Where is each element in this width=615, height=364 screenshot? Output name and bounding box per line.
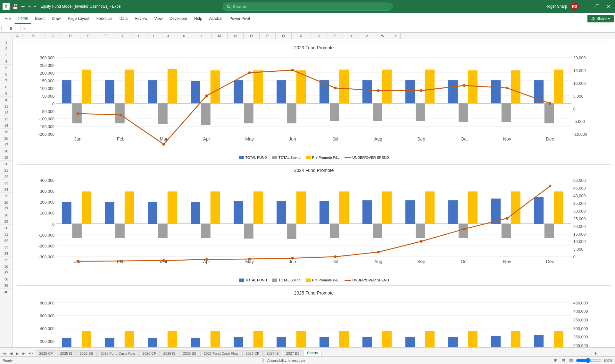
row-num-28[interactable]: 28 [0,212,12,218]
sheet-tab-2026-is[interactable]: 2026 IS [160,350,179,356]
row-num-2[interactable]: 2 [0,45,12,52]
row-num-7[interactable]: 7 [0,77,12,84]
row-num-38[interactable]: 38 [0,276,12,282]
close-button[interactable]: ✕ [605,4,612,9]
undo-icon[interactable]: ↩ [21,4,25,9]
search-box[interactable]: Search [223,3,393,11]
ribbon-tab-power-pivot[interactable]: Power Pivot [226,14,253,23]
restore-button[interactable]: ❐ [594,4,602,9]
sheet-tab-2026-bs[interactable]: 2026 BS [179,350,200,356]
row-num-40[interactable]: 40 [0,289,12,295]
col-header-C[interactable]: C [45,33,61,39]
cell-reference[interactable] [1,26,21,31]
row-num-13[interactable]: 13 [0,116,12,122]
page-break-button[interactable]: ⊠ [568,358,574,363]
row-num-20[interactable]: 20 [0,161,12,167]
row-num-39[interactable]: 39 [0,282,12,289]
ribbon-tab-insert[interactable]: Insert [32,14,48,23]
sheet-more[interactable]: ••• [28,351,34,356]
row-num-29[interactable]: 29 [0,218,12,225]
row-num-12[interactable]: 12 [0,109,12,116]
row-num-23[interactable]: 23 [0,180,12,186]
add-sheet-button[interactable]: + [592,351,599,356]
normal-view-button[interactable]: ⊞ [553,358,559,363]
col-header-R[interactable]: R [292,33,311,39]
ribbon-tab-review[interactable]: Review [131,14,150,23]
row-num-9[interactable]: 9 [0,90,12,97]
ribbon-tab-draw[interactable]: Draw [48,14,64,23]
row-num-1[interactable]: 1 [0,39,12,45]
col-header-H[interactable]: H [131,33,147,39]
row-num-5[interactable]: 5 [0,65,12,71]
row-num-33[interactable]: 33 [0,244,12,250]
sheet-tab-2026-fund-cash-flow[interactable]: 2026 Fund Cash Flow [97,350,139,356]
col-header-G[interactable]: G [115,33,131,39]
ribbon-tab-page-layout[interactable]: Page Layout [64,14,92,23]
sheet-tab-2026-cf[interactable]: 2026 CF [139,350,160,356]
ribbon-tab-view[interactable]: View [151,14,166,23]
sheet-tab-2025-is[interactable]: 2025 IS [57,350,76,356]
save-icon[interactable]: 💾 [12,4,19,10]
col-header-T[interactable]: T [327,33,343,39]
row-num-19[interactable]: 19 [0,154,12,161]
col-header-U[interactable]: U [343,33,359,39]
col-header-J[interactable]: J [160,33,176,39]
row-num-32[interactable]: 32 [0,238,12,244]
sheet-tab-2027-cf[interactable]: 2027 CF [242,350,263,356]
row-num-15[interactable]: 15 [0,129,12,135]
row-num-11[interactable]: 11 [0,103,12,109]
col-header-N[interactable]: N [228,33,244,39]
ribbon-tab-file[interactable]: File [1,14,14,23]
page-layout-button[interactable]: ⊟ [561,358,566,363]
ribbon-tab-data[interactable]: Data [116,14,131,23]
col-header-P[interactable]: P [260,33,276,39]
row-num-30[interactable]: 30 [0,225,12,231]
row-num-18[interactable]: 18 [0,148,12,154]
formula-input[interactable] [27,26,614,31]
col-header-A[interactable]: A [13,33,22,39]
sheet-tab-2027-fund-cash-flow[interactable]: 2027 Fund Cash Flow [200,350,242,356]
sheet-nav-next[interactable]: ▶ [14,351,20,356]
col-header-F[interactable]: F [96,33,115,39]
col-header-O[interactable]: O [244,33,260,39]
redo-icon[interactable]: ↪ [28,4,31,9]
row-num-27[interactable]: 27 [0,206,12,212]
minimize-button[interactable]: — [582,4,590,9]
row-num-4[interactable]: 4 [0,58,12,65]
row-num-24[interactable]: 24 [0,186,12,193]
sheet-nav-last[interactable]: ⏭ [21,351,27,356]
row-num-36[interactable]: 36 [0,263,12,270]
col-header-D[interactable]: D [61,33,80,39]
ribbon-tab-home[interactable]: Home [14,13,31,24]
col-header-S[interactable]: S [311,33,327,39]
row-num-6[interactable]: 6 [0,71,12,77]
share-button[interactable]: Share ▾ [587,15,614,22]
sheet-tab-2025-cf[interactable]: 2025 CF [36,350,56,356]
row-num-35[interactable]: 35 [0,257,12,263]
col-header-W[interactable]: W [375,33,391,39]
col-header-V[interactable]: V [359,33,375,39]
col-header-E[interactable]: E [80,33,96,39]
row-num-10[interactable]: 10 [0,97,12,103]
sheet-nav-prev[interactable]: ◀ [8,351,14,356]
col-header-M[interactable]: M [212,33,228,39]
col-header-B[interactable]: B [22,33,45,39]
sheet-options[interactable]: ⋮⋮⋮ [599,352,614,356]
row-num-37[interactable]: 37 [0,270,12,276]
row-num-21[interactable]: 21 [0,167,12,174]
sheet-tab-2027-is[interactable]: 2027 IS [263,350,282,356]
zoom-slider[interactable] [576,358,602,363]
col-header-X[interactable]: X [391,33,401,39]
row-num-14[interactable]: 14 [0,122,12,129]
ribbon-tab-developer[interactable]: Developer [166,14,190,23]
user-avatar[interactable]: RS [570,2,579,11]
col-header-K[interactable]: K [176,33,192,39]
customize-icon[interactable]: ▾ [34,4,36,9]
sheet-tab-2025-bs[interactable]: 2025 BS [76,350,97,356]
row-num-16[interactable]: 16 [0,135,12,142]
col-header-L[interactable]: L [192,33,212,39]
sheet-tab-charts[interactable]: Charts [303,350,322,356]
ribbon-tab-formulas[interactable]: Formulas [93,14,116,23]
row-num-8[interactable]: 8 [0,84,12,90]
ribbon-tab-acrobat[interactable]: Acrobat [206,14,226,23]
